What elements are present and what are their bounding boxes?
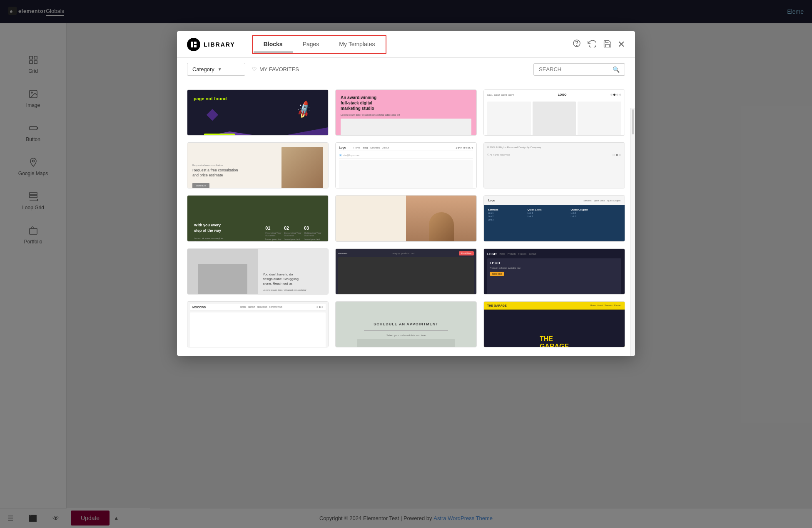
template-thumbnail: © 2024 All Rights Reserved Design by Com… bbox=[484, 143, 625, 188]
modal-header-actions: ✕ bbox=[573, 39, 625, 50]
template-card[interactable]: Request a free consultation Request a fr… bbox=[187, 142, 329, 188]
save-icon[interactable] bbox=[603, 39, 611, 50]
template-card[interactable]: THE GARAGE Home About Services Contact T… bbox=[483, 301, 625, 347]
help-icon[interactable] bbox=[573, 39, 581, 50]
heart-icon: ♡ bbox=[252, 66, 257, 72]
tab-pages[interactable]: Pages bbox=[293, 37, 329, 52]
tab-blocks[interactable]: Blocks bbox=[254, 37, 293, 52]
search-icon: 🔍 bbox=[613, 66, 620, 73]
template-card[interactable]: SCHEDULE AN APPOINTMENT Select your pref… bbox=[335, 301, 477, 347]
template-card[interactable]: Logo Services Quick Links Quick Coupon S… bbox=[483, 195, 625, 241]
svg-rect-16 bbox=[191, 42, 193, 47]
tab-my-templates[interactable]: My Templates bbox=[329, 37, 385, 52]
category-dropdown[interactable]: Category ▼ bbox=[187, 63, 245, 76]
template-card[interactable]: LEGIT Home Products Features Contact LEG… bbox=[483, 248, 625, 295]
modal-tabs: Blocks Pages My Templates bbox=[252, 35, 387, 54]
modal-toolbar: Category ▼ ♡ MY FAVORITES 🔍 bbox=[177, 58, 635, 81]
template-thumbnail: You don't have to dodesign alone. Strugg… bbox=[187, 249, 328, 295]
template-thumbnail: LEGIT Home Products Features Contact LEG… bbox=[484, 249, 625, 295]
template-card[interactable]: nav1 nav2 nav3 nav4 LOGO bbox=[483, 89, 625, 136]
modal-logo: LIBRARY bbox=[187, 38, 235, 51]
modal-close-button[interactable]: ✕ bbox=[618, 39, 625, 50]
modal-body: page not found 🚀 Return Home → An award-… bbox=[177, 81, 635, 356]
template-card[interactable]: With you everystep of the way Lorem sit … bbox=[187, 195, 329, 241]
template-card[interactable]: © 2024 All Rights Reserved Design by Com… bbox=[483, 142, 625, 188]
template-thumbnail: nav1 nav2 nav3 nav4 LOGO bbox=[484, 90, 625, 136]
template-thumbnail: SCHEDULE AN APPOINTMENT Select your pref… bbox=[336, 302, 476, 347]
template-card[interactable]: FLAIR SHOP IT BRAND US NUDE ONES NEWSLET… bbox=[335, 195, 477, 241]
chevron-down-icon: ▼ bbox=[218, 67, 222, 72]
template-thumbnail: MOCCF/S HOME ABOUT SERVICES CONTACT US bbox=[187, 302, 328, 347]
template-thumbnail: amazon category products cart Enroll Now bbox=[336, 249, 476, 295]
modal-scrollbar[interactable] bbox=[630, 108, 635, 356]
template-card[interactable]: You don't have to dodesign alone. Strugg… bbox=[187, 248, 329, 295]
scrollbar-thumb bbox=[632, 109, 634, 134]
template-thumbnail: THE GARAGE Home About Services Contact T… bbox=[484, 302, 625, 347]
refresh-icon[interactable] bbox=[588, 39, 596, 50]
templates-grid: page not found 🚀 Return Home → An award-… bbox=[177, 81, 635, 356]
search-input[interactable] bbox=[539, 66, 609, 72]
svg-rect-17 bbox=[194, 42, 197, 44]
search-area: 🔍 bbox=[533, 63, 625, 76]
template-thumbnail: Request a free consultation Request a fr… bbox=[187, 143, 328, 188]
template-card[interactable]: MOCCF/S HOME ABOUT SERVICES CONTACT US bbox=[187, 301, 329, 347]
modal-logo-icon bbox=[187, 38, 200, 51]
category-label: Category bbox=[192, 66, 214, 72]
template-thumbnail: FLAIR SHOP IT BRAND US NUDE ONES NEWSLET… bbox=[336, 196, 476, 241]
template-thumbnail: Logo Services Quick Links Quick Coupon S… bbox=[484, 196, 625, 241]
favorites-label: MY FAVORITES bbox=[259, 66, 299, 72]
template-thumbnail: With you everystep of the way Lorem sit … bbox=[187, 196, 328, 241]
svg-point-20 bbox=[576, 45, 577, 46]
template-card[interactable]: page not found 🚀 Return Home → bbox=[187, 89, 329, 136]
template-card[interactable]: amazon category products cart Enroll Now bbox=[335, 248, 477, 295]
template-card[interactable]: Logo Home Blog Services About +1 647 754… bbox=[335, 142, 477, 188]
favorites-filter[interactable]: ♡ MY FAVORITES bbox=[252, 66, 299, 72]
template-thumbnail: An award-winningfull-stack digitalmarket… bbox=[336, 90, 476, 136]
library-modal: LIBRARY Blocks Pages My Templates bbox=[177, 31, 635, 356]
modal-header: LIBRARY Blocks Pages My Templates bbox=[177, 31, 635, 58]
svg-rect-18 bbox=[194, 45, 197, 47]
template-thumbnail: page not found 🚀 Return Home → bbox=[187, 90, 328, 136]
template-thumbnail: Logo Home Blog Services About +1 647 754… bbox=[336, 143, 476, 188]
template-card[interactable]: An award-winningfull-stack digitalmarket… bbox=[335, 89, 477, 136]
library-label: LIBRARY bbox=[204, 41, 235, 48]
